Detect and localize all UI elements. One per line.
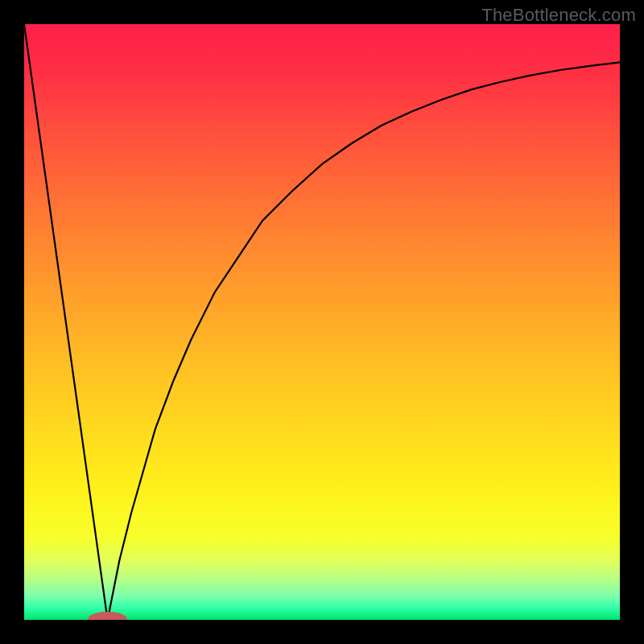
chart-svg (24, 24, 620, 620)
vertex-marker (89, 612, 126, 620)
left-v-branch (24, 24, 108, 620)
watermark-text: TheBottleneck.com (481, 5, 636, 26)
chart-frame: TheBottleneck.com (0, 0, 644, 644)
right-curve (108, 62, 620, 620)
plot-area (24, 24, 620, 620)
